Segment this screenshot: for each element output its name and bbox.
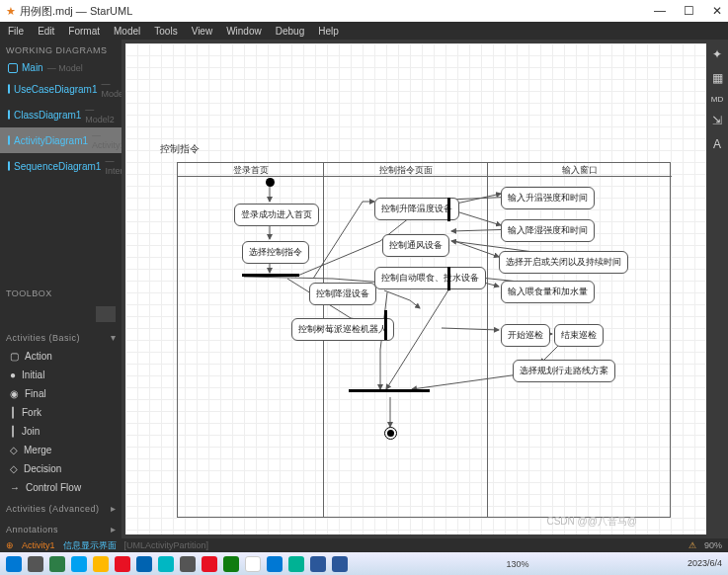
diagram-icon — [8, 161, 10, 171]
input-feed[interactable]: 输入喂食量和加水量 — [501, 281, 595, 303]
fork-1[interactable] — [242, 274, 299, 277]
decision-icon: ◇ — [10, 463, 18, 474]
right-toolbar: ✦ ▦ MD ⇲ A — [706, 40, 728, 151]
task-icon[interactable] — [71, 556, 87, 572]
task-icon[interactable] — [49, 556, 65, 572]
action-login[interactable]: 登录成功进入首页 — [234, 204, 319, 226]
fork-icon: ┃ — [10, 407, 16, 418]
menu-tools[interactable]: Tools — [154, 26, 177, 37]
diagram-item-class[interactable]: ClassDiagram1 — Model2 — [0, 102, 121, 127]
action-robot[interactable]: 控制树莓派巡检机器人 — [291, 318, 394, 341]
clock[interactable]: 2023/6/4 — [688, 559, 722, 568]
task-icon[interactable] — [180, 556, 196, 572]
menu-model[interactable]: Model — [114, 26, 140, 37]
end-patrol[interactable]: 结束巡检 — [554, 324, 604, 347]
task-icon[interactable] — [28, 556, 43, 572]
join-3[interactable] — [384, 310, 387, 340]
canvas-area: 控制指令 登录首页 控制指令页面 输入窗口 — [121, 40, 728, 538]
tool-controlflow[interactable]: →Control Flow — [0, 478, 121, 497]
diagram-title: 控制指令 — [160, 142, 200, 156]
canvas[interactable]: 控制指令 登录首页 控制指令页面 输入窗口 — [125, 43, 706, 534]
diagram-item-main[interactable]: Main — Model — [0, 59, 121, 76]
status-type: [UMLActivityPartition] — [124, 540, 209, 550]
group-advanced[interactable]: Activities (Advanced)▸ — [0, 497, 121, 518]
initial-node[interactable] — [266, 178, 275, 187]
merge-icon: ◇ — [10, 445, 18, 455]
task-icon[interactable] — [136, 556, 152, 572]
statusbar: ⊕ Activity1 信息显示界面 [UMLActivityPartition… — [0, 538, 728, 552]
puzzle-icon[interactable]: ✦ — [712, 47, 722, 61]
title-text: 用例图.mdj — StarUML — [20, 4, 132, 19]
tool-join[interactable]: ┃Join — [0, 422, 121, 441]
task-icon[interactable] — [310, 556, 326, 572]
lane-header-3[interactable]: 输入窗口 — [488, 163, 672, 177]
input-onoff[interactable]: 选择开启或关闭以及持续时间 — [499, 251, 628, 274]
menu-help[interactable]: Help — [318, 26, 339, 37]
working-diagrams-header: WORKING DIAGRAMS — [0, 40, 121, 59]
initial-icon: ● — [10, 370, 16, 380]
close-button[interactable]: ✕ — [712, 4, 722, 18]
start-button[interactable] — [6, 556, 22, 572]
font-icon[interactable]: A — [713, 137, 721, 151]
action-select-cmd[interactable]: 选择控制指令 — [242, 241, 309, 264]
tool-decision[interactable]: ◇Decision — [0, 459, 121, 478]
tool-fork[interactable]: ┃Fork — [0, 403, 121, 422]
diagram-item-usecase[interactable]: UseCaseDiagram1 — Model1 — [0, 76, 121, 102]
tool-action[interactable]: ▢Action — [0, 347, 121, 366]
action-dehumid[interactable]: 控制降湿设备 — [309, 283, 376, 305]
menu-format[interactable]: Format — [68, 26, 100, 37]
task-icon[interactable] — [202, 556, 217, 572]
taskbar: 130% 2023/6/4 — [0, 552, 728, 575]
md-icon[interactable]: MD — [711, 95, 723, 104]
diagram-icon — [8, 63, 18, 73]
menu-window[interactable]: Window — [226, 26, 262, 37]
grid-icon[interactable]: ▦ — [712, 71, 723, 85]
join-2[interactable] — [447, 267, 450, 290]
task-icon[interactable] — [93, 556, 109, 572]
group-annotations[interactable]: Annotations▸ — [0, 518, 121, 538]
join-final[interactable] — [349, 389, 430, 392]
task-icon[interactable] — [288, 556, 304, 572]
tool-final[interactable]: ◉Final — [0, 384, 121, 403]
input-heat[interactable]: 输入升温强度和时间 — [501, 187, 595, 209]
menu-edit[interactable]: Edit — [38, 26, 54, 37]
flow-icon: → — [10, 482, 20, 493]
task-icon[interactable] — [245, 556, 261, 572]
input-dehumid[interactable]: 输入降湿强度和时间 — [501, 219, 595, 242]
titlebar: ★ 用例图.mdj — StarUML — ☐ ✕ — [0, 0, 728, 22]
diagram-item-activity[interactable]: ActivityDiagram1 — Activity1 — [0, 127, 121, 153]
group-basic[interactable]: Activities (Basic)▾ — [0, 326, 121, 347]
choose-route[interactable]: 选择规划行走路线方案 — [513, 360, 615, 382]
share-icon[interactable]: ⇲ — [712, 114, 722, 127]
task-icon[interactable] — [115, 556, 130, 572]
lane-header-2[interactable]: 控制指令页面 — [324, 163, 487, 177]
diagram-item-sequence[interactable]: SequenceDiagram1 — Interac — [0, 153, 121, 179]
join-1[interactable] — [447, 198, 450, 221]
status-activity[interactable]: Activity1 — [22, 540, 55, 550]
tool-merge[interactable]: ◇Merge — [0, 441, 121, 459]
cursor-icon[interactable] — [96, 306, 116, 322]
maximize-button[interactable]: ☐ — [684, 4, 694, 18]
tool-initial[interactable]: ●Initial — [0, 366, 121, 384]
action-feed[interactable]: 控制自动喂食、投水设备 — [374, 267, 486, 289]
task-icon[interactable] — [332, 556, 348, 572]
task-icon[interactable] — [223, 556, 239, 572]
status-selection[interactable]: 信息显示界面 — [63, 539, 117, 552]
final-node[interactable] — [384, 427, 397, 440]
menu-view[interactable]: View — [192, 26, 213, 37]
status-icon: ⊕ — [6, 540, 14, 550]
task-icon[interactable] — [158, 556, 174, 572]
minimize-button[interactable]: — — [654, 4, 666, 18]
task-icon[interactable] — [267, 556, 283, 572]
left-panel: WORKING DIAGRAMS Main — Model UseCaseDia… — [0, 40, 121, 538]
lane-header-1[interactable]: 登录首页 — [178, 163, 323, 177]
join-icon: ┃ — [10, 426, 16, 437]
action-vent[interactable]: 控制通风设备 — [382, 234, 449, 257]
cursor-zoom: 130% — [506, 559, 528, 569]
start-patrol[interactable]: 开始巡检 — [501, 324, 550, 347]
menubar: File Edit Format Model Tools View Window… — [0, 22, 728, 40]
warning-icon[interactable]: ⚠ — [688, 540, 696, 550]
menu-file[interactable]: File — [8, 26, 24, 37]
zoom-value[interactable]: 90% — [704, 540, 722, 550]
menu-debug[interactable]: Debug — [276, 26, 304, 37]
